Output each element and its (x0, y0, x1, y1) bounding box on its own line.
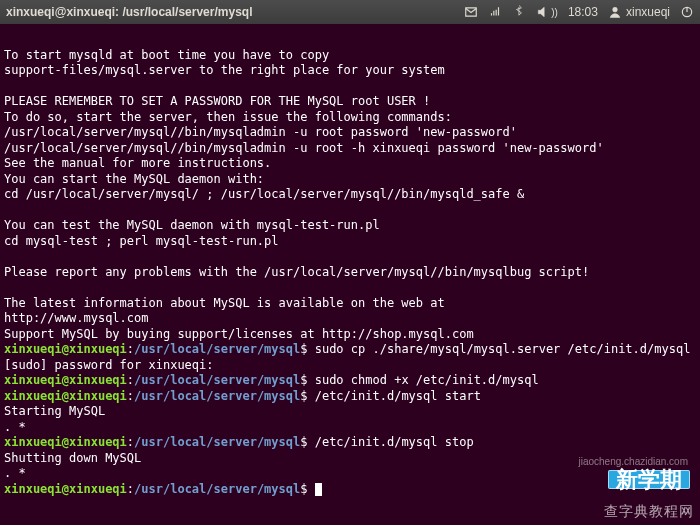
watermark-badge: 新学期 (608, 470, 690, 490)
prompt-sep: : (127, 342, 134, 356)
user-name: xinxueqi (626, 5, 670, 19)
prompt-userhost: xinxueqi@xinxueqi (4, 435, 127, 449)
output-line: /usr/local/server/mysql//bin/mysqladmin … (4, 125, 517, 139)
prompt-dollar: $ (300, 482, 307, 496)
output-line: Support MySQL by buying support/licenses… (4, 327, 474, 341)
output-line: The latest information about MySQL is av… (4, 296, 445, 310)
mail-icon[interactable] (464, 5, 478, 19)
prompt-sep: : (127, 373, 134, 387)
top-panel: xinxueqi@xinxueqi: /usr/local/server/mys… (0, 0, 700, 24)
prompt-path: /usr/local/server/mysql (134, 342, 300, 356)
output-line: http://www.mysql.com (4, 311, 149, 325)
output-line: Starting MySQL (4, 404, 105, 418)
watermark-text: 查字典教程网 (604, 504, 694, 520)
output-line: . * (4, 420, 26, 434)
clock[interactable]: 18:03 (568, 5, 598, 19)
prompt-path: /usr/local/server/mysql (134, 373, 300, 387)
output-line: PLEASE REMEMBER TO SET A PASSWORD FOR TH… (4, 94, 430, 108)
output-line: Shutting down MySQL (4, 451, 141, 465)
output-line: You can start the MySQL daemon with: (4, 172, 264, 186)
prompt-sep: : (127, 435, 134, 449)
network-icon[interactable] (488, 5, 502, 19)
window-title: xinxueqi@xinxueqi: /usr/local/server/mys… (6, 5, 252, 19)
output-line: . * (4, 466, 26, 480)
command-text: /etc/init.d/mysql start (307, 389, 480, 403)
prompt-path: /usr/local/server/mysql (134, 435, 300, 449)
prompt-userhost: xinxueqi@xinxueqi (4, 373, 127, 387)
output-line: You can test the MySQL daemon with mysql… (4, 218, 380, 232)
output-line: cd /usr/local/server/mysql/ ; /usr/local… (4, 187, 524, 201)
terminal[interactable]: To start mysqld at boot time you have to… (0, 24, 700, 525)
prompt-sep: : (127, 482, 134, 496)
user-icon (608, 5, 622, 19)
output-line: See the manual for more instructions. (4, 156, 271, 170)
output-line: support-files/mysql.server to the right … (4, 63, 445, 77)
prompt-userhost: xinxueqi@xinxueqi (4, 389, 127, 403)
prompt-userhost: xinxueqi@xinxueqi (4, 342, 127, 356)
prompt-path: /usr/local/server/mysql (134, 482, 300, 496)
command-text: /etc/init.d/mysql stop (307, 435, 473, 449)
cursor (315, 483, 322, 496)
prompt-path: /usr/local/server/mysql (134, 389, 300, 403)
command-text: sudo cp ./share/mysql/mysql.server /etc/… (307, 342, 690, 356)
output-line: /usr/local/server/mysql//bin/mysqladmin … (4, 141, 604, 155)
output-line: To start mysqld at boot time you have to… (4, 48, 329, 62)
user-menu[interactable]: xinxueqi (608, 5, 670, 19)
power-icon[interactable] (680, 5, 694, 19)
prompt-sep: : (127, 389, 134, 403)
output-line: To do so, start the server, then issue t… (4, 110, 452, 124)
indicator-area: )) 18:03 xinxueqi (464, 5, 694, 19)
volume-icon[interactable]: )) (536, 5, 558, 19)
command-text: sudo chmod +x /etc/init.d/mysql (307, 373, 538, 387)
output-line: Please report any problems with the /usr… (4, 265, 589, 279)
output-line: cd mysql-test ; perl mysql-test-run.pl (4, 234, 279, 248)
prompt-userhost: xinxueqi@xinxueqi (4, 482, 127, 496)
svg-point-0 (613, 7, 618, 12)
output-line: [sudo] password for xinxueqi: (4, 358, 214, 372)
bluetooth-icon[interactable] (512, 5, 526, 19)
